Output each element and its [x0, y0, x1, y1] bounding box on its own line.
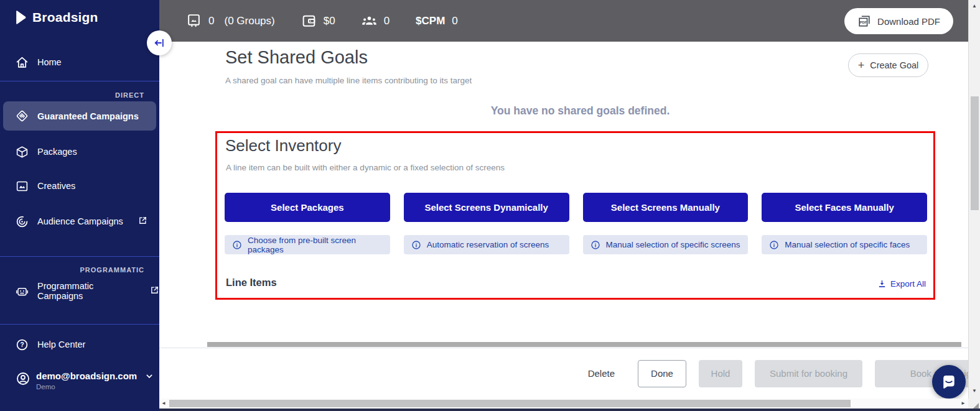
- stat-value: 0: [384, 15, 390, 27]
- stat-value: $0: [324, 15, 335, 27]
- handshake-icon: [16, 109, 29, 122]
- screens-icon: [186, 13, 202, 29]
- hint-chip: Automatic reservation of screens: [404, 235, 569, 254]
- info-icon: [769, 240, 779, 250]
- sidebar-item-audience-campaigns[interactable]: Audience Campaigns: [0, 212, 159, 231]
- audience-count-icon: [362, 13, 377, 29]
- direct-section-label: DIRECT: [115, 91, 144, 99]
- select-inventory-title: Select Inventory: [225, 136, 341, 155]
- stat-audience: 0: [362, 13, 390, 29]
- image-icon: [16, 180, 29, 193]
- hint-chip: Manual selection of specific faces: [762, 235, 927, 254]
- sidebar-item-creatives[interactable]: Creatives: [0, 177, 159, 195]
- create-goal-label: Create Goal: [870, 60, 918, 70]
- help-icon: ?: [16, 338, 29, 351]
- info-icon: [590, 240, 600, 250]
- sidebar-item-label: Creatives: [37, 181, 75, 191]
- sidebar-item-programmatic-campaigns[interactable]: Programmatic Campaigns: [0, 282, 159, 300]
- done-button[interactable]: Done: [638, 360, 686, 387]
- window-bottom-edge: [159, 409, 980, 411]
- sidebar: Broadsign Home DIRECT Guaranteed Campaig…: [0, 0, 159, 411]
- vertical-scrollbar[interactable]: ▲ ▼: [968, 0, 980, 399]
- robot-icon: [16, 285, 29, 298]
- hint-label: Choose from pre-built screen packages: [248, 236, 390, 254]
- campaign-stats: 0 (0 Groups) $0 0 $CPM 0: [186, 13, 458, 29]
- stat-cpm: $CPM 0: [416, 15, 458, 27]
- no-shared-goals-message: You have no shared goals defined.: [491, 104, 670, 117]
- sidebar-divider: [0, 324, 159, 325]
- sidebar-item-packages[interactable]: Packages: [0, 142, 159, 161]
- broadsign-logo-text: Broadsign: [32, 10, 98, 25]
- collapse-sidebar-button[interactable]: [147, 30, 172, 55]
- scroll-left-arrow[interactable]: ◄: [161, 399, 166, 409]
- broadsign-logo[interactable]: Broadsign: [15, 10, 98, 25]
- select-screens-dynamically-button[interactable]: Select Screens Dynamically: [404, 193, 569, 222]
- audience-icon: [16, 215, 29, 228]
- pdf-icon: PDF: [857, 14, 871, 28]
- select-packages-button[interactable]: Select Packages: [225, 193, 390, 222]
- line-items-heading: Line Items: [226, 277, 277, 289]
- sidebar-divider: [0, 256, 159, 257]
- stat-budget: $0: [301, 13, 335, 29]
- select-inventory-subtitle: A line item can be built with either a d…: [226, 163, 505, 172]
- download-pdf-label: Download PDF: [877, 16, 940, 27]
- broadsign-app: Broadsign Home DIRECT Guaranteed Campaig…: [0, 0, 980, 411]
- select-inventory-section: Select Inventory A line item can be buil…: [215, 131, 935, 300]
- chevron-down-icon: [144, 370, 154, 381]
- export-all-link[interactable]: Export All: [877, 279, 926, 289]
- hint-label: Manual selection of specific faces: [785, 240, 910, 249]
- external-link-icon: [138, 216, 147, 227]
- account-menu[interactable]: demo@broadsign.com Demo: [16, 370, 152, 390]
- campaign-action-bar: Delete Done Hold Submit for booking Book…: [159, 348, 968, 399]
- sidebar-item-help-center[interactable]: ? Help Center: [0, 335, 159, 354]
- sidebar-item-label: Audience Campaigns: [37, 216, 123, 226]
- sidebar-item-label: Help Center: [37, 339, 85, 349]
- sidebar-divider: [0, 81, 159, 81]
- sidebar-item-label: Home: [37, 57, 62, 67]
- info-icon: [411, 240, 421, 250]
- export-all-label: Export All: [890, 279, 926, 289]
- horizontal-scrollbar[interactable]: ◄ ►: [159, 399, 968, 409]
- wallet-icon: [301, 13, 317, 29]
- main-area: 0 (0 Groups) $0 0 $CPM 0 PDF Downlo: [159, 0, 968, 411]
- scroll-down-arrow[interactable]: ▼: [969, 388, 980, 394]
- stat-groups: (0 Groups): [224, 15, 274, 27]
- inventory-option-buttons: Select Packages Select Screens Dynamical…: [225, 193, 927, 222]
- line-items-table-header-partial: [207, 342, 961, 347]
- hint-label: Automatic reservation of screens: [427, 240, 549, 249]
- create-goal-button[interactable]: + Create Goal: [848, 53, 928, 77]
- stat-screens: 0 (0 Groups): [186, 13, 275, 29]
- stat-value: 0: [208, 15, 214, 27]
- svg-text:PDF: PDF: [860, 21, 867, 24]
- hint-chip: Choose from pre-built screen packages: [225, 235, 390, 254]
- stat-label: $CPM: [416, 15, 445, 27]
- chat-bubble-icon: [940, 373, 958, 390]
- info-icon: [232, 240, 242, 250]
- external-link-icon: [150, 285, 159, 297]
- select-screens-manually-button[interactable]: Select Screens Manually: [583, 193, 749, 222]
- plus-icon: +: [858, 60, 865, 71]
- package-icon: [16, 145, 29, 159]
- inventory-option-hints: Choose from pre-built screen packages Au…: [225, 235, 927, 254]
- submit-for-booking-button[interactable]: Submit for booking: [755, 360, 862, 387]
- vertical-scrollbar-thumb[interactable]: [971, 96, 979, 210]
- select-faces-manually-button[interactable]: Select Faces Manually: [762, 193, 927, 222]
- sidebar-item-home[interactable]: Home: [0, 53, 159, 72]
- chat-widget-button[interactable]: [932, 365, 966, 399]
- svg-text:?: ?: [20, 341, 24, 348]
- scroll-up-arrow[interactable]: ▲: [969, 3, 980, 9]
- sidebar-item-guaranteed-campaigns[interactable]: Guaranteed Campaigns: [3, 101, 156, 131]
- horizontal-scrollbar-thumb[interactable]: [169, 400, 851, 407]
- download-pdf-button[interactable]: PDF Download PDF: [844, 8, 953, 34]
- sidebar-item-label: Guaranteed Campaigns: [37, 111, 139, 121]
- broadsign-logo-icon: [15, 11, 27, 24]
- delete-button[interactable]: Delete: [588, 368, 615, 379]
- hold-button[interactable]: Hold: [699, 360, 742, 387]
- scroll-right-arrow[interactable]: ►: [961, 399, 966, 409]
- stat-value: 0: [452, 15, 457, 27]
- account-email: demo@broadsign.com: [36, 371, 137, 381]
- download-icon: [877, 279, 887, 289]
- home-icon: [16, 56, 29, 69]
- hint-label: Manual selection of specific screens: [606, 240, 740, 249]
- programmatic-section-label: PROGRAMMATIC: [80, 266, 144, 274]
